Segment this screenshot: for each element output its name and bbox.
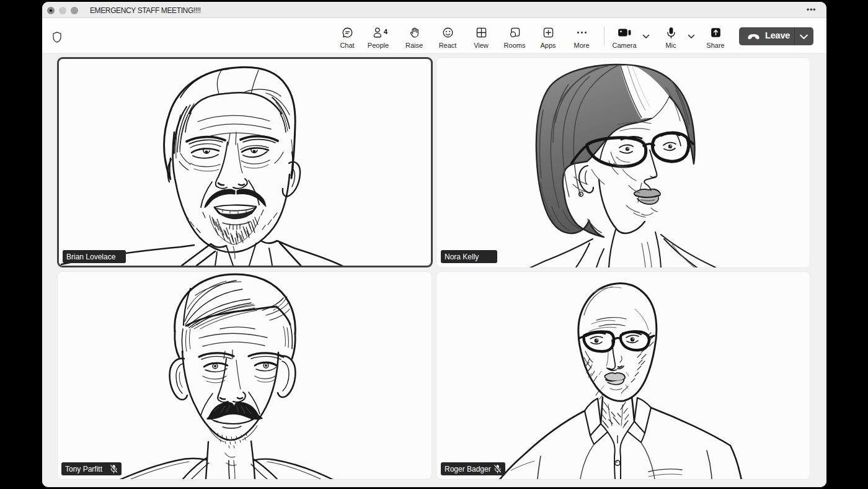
svg-text:4: 4: [384, 28, 388, 35]
